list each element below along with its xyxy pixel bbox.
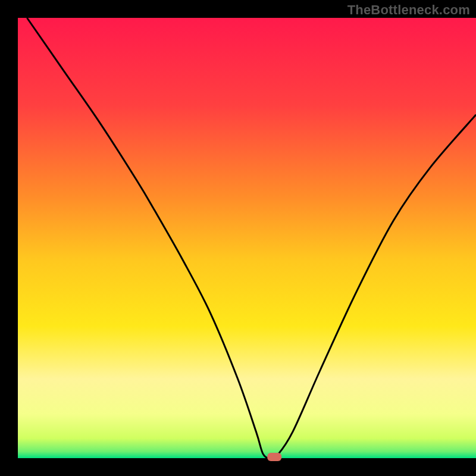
chart-canvas [0,0,476,476]
optimum-marker [267,453,281,461]
bottleneck-chart: TheBottleneck.com [0,0,476,476]
watermark-text: TheBottleneck.com [347,2,470,18]
gradient-background [18,18,476,458]
